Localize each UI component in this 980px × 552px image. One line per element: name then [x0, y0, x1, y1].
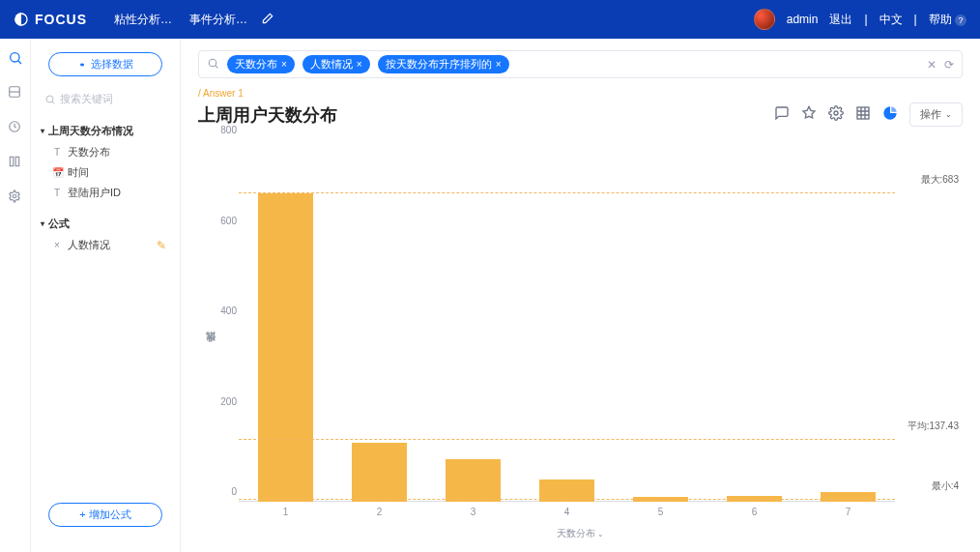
x-tick: 1: [283, 507, 289, 517]
x-tick: 5: [658, 507, 664, 517]
logout-link[interactable]: 退出: [829, 12, 852, 28]
comment-icon[interactable]: [774, 105, 790, 125]
svg-rect-5: [15, 157, 19, 165]
x-tick: 6: [752, 507, 758, 517]
title-row: 上周用户天数分布 操作⌄: [198, 102, 963, 127]
main: 天数分布× 人数情况× 按天数分布升序排列的× ✕ ⟳ / Answer 1 上…: [181, 39, 980, 552]
edit-icon[interactable]: [261, 12, 274, 28]
svg-rect-10: [857, 107, 869, 119]
brand-text: FOCUS: [35, 12, 87, 27]
divider: |: [914, 13, 917, 26]
bar[interactable]: [446, 459, 500, 502]
text-field-icon: T: [52, 188, 62, 198]
lang-link[interactable]: 中文: [879, 12, 903, 28]
bar-slot: [707, 140, 801, 502]
rail-search-icon[interactable]: [8, 50, 23, 66]
bar[interactable]: [821, 492, 875, 502]
nav-item-event[interactable]: 事件分析…: [189, 12, 247, 28]
search-icon: [44, 94, 56, 105]
x-axis-label[interactable]: 天数分布⌄: [557, 527, 604, 540]
logo-icon: [14, 12, 29, 27]
page-title: 上周用户天数分布: [198, 103, 337, 127]
field-tree: ▾上周天数分布情况 T天数分布 📅时间 T登陆用户ID ▾公式 ×人数情况 ✎: [39, 120, 172, 255]
bar-slot: [426, 140, 520, 502]
chart: 人数情况⌄ 0200400600800最大:683平均:137.43最小:412…: [198, 140, 963, 546]
bar-slot: [801, 140, 895, 502]
operations-dropdown[interactable]: 操作⌄: [909, 102, 963, 127]
top-nav: 粘性分析… 事件分析…: [114, 12, 247, 28]
reference-line-label: 最大:683: [921, 173, 959, 187]
table-view-icon[interactable]: [855, 105, 871, 125]
field-days[interactable]: T天数分布: [39, 142, 172, 162]
svg-point-8: [209, 59, 216, 67]
search-placeholder: 搜索关键词: [60, 92, 113, 106]
svg-rect-4: [10, 157, 14, 165]
x-tick: 4: [564, 507, 570, 517]
bar[interactable]: [352, 443, 406, 502]
bar-slot: [332, 140, 426, 502]
y-tick: 0: [214, 486, 237, 497]
sidebar: 选择数据 搜索关键词 ▾上周天数分布情况 T天数分布 📅时间 T登陆用户ID ▾…: [31, 39, 181, 552]
field-time[interactable]: 📅时间: [39, 162, 172, 183]
delete-formula-icon[interactable]: ×: [52, 240, 62, 250]
clear-query-icon[interactable]: ✕: [927, 58, 937, 72]
y-tick: 600: [214, 215, 237, 225]
sidebar-search[interactable]: 搜索关键词: [39, 86, 172, 112]
add-formula-button[interactable]: + 增加公式: [48, 503, 162, 527]
left-rail: [0, 39, 31, 552]
plot-area: 0200400600800最大:683平均:137.43最小:41234567: [239, 140, 895, 502]
chart-view-icon[interactable]: [882, 105, 898, 125]
x-tick: 7: [846, 507, 851, 517]
svg-point-7: [46, 96, 53, 102]
field-userid[interactable]: T登陆用户ID: [39, 183, 172, 203]
brand: FOCUS: [14, 12, 87, 27]
y-axis-label[interactable]: 人数情况⌄: [204, 338, 217, 349]
edit-formula-icon[interactable]: ✎: [157, 239, 166, 252]
divider: |: [864, 13, 867, 26]
reference-line: [239, 439, 895, 440]
y-tick: 800: [214, 125, 237, 135]
query-chip-people[interactable]: 人数情况×: [303, 55, 370, 73]
pin-icon[interactable]: [801, 105, 817, 125]
bar-slot: [614, 140, 707, 502]
chip-remove-icon[interactable]: ×: [496, 59, 502, 70]
formula-people-count[interactable]: ×人数情况 ✎: [39, 235, 172, 255]
reference-line-label: 平均:137.43: [908, 420, 959, 433]
breadcrumb[interactable]: / Answer 1: [198, 88, 963, 99]
rail-data-icon[interactable]: [8, 155, 23, 170]
chip-remove-icon[interactable]: ×: [357, 59, 362, 70]
query-search-icon: [207, 56, 219, 73]
user-name[interactable]: admin: [787, 13, 819, 26]
query-bar[interactable]: 天数分布× 人数情况× 按天数分布升序排列的× ✕ ⟳: [198, 50, 963, 78]
bar-slot: [239, 140, 332, 502]
rail-clock-icon[interactable]: [8, 120, 23, 135]
bar-slot: [520, 140, 614, 502]
title-tools: 操作⌄: [774, 102, 963, 127]
query-chip-sort[interactable]: 按天数分布升序排列的×: [378, 55, 509, 73]
avatar[interactable]: [754, 9, 775, 30]
bars-container: [239, 140, 895, 502]
svg-point-9: [834, 111, 838, 115]
y-tick: 200: [214, 395, 237, 406]
rail-dashboard-icon[interactable]: [8, 85, 23, 101]
nav-item-sticky[interactable]: 粘性分析…: [114, 12, 172, 28]
bar[interactable]: [258, 193, 312, 502]
svg-point-6: [13, 194, 16, 198]
select-datasource-button[interactable]: 选择数据: [48, 52, 162, 76]
query-chip-days[interactable]: 天数分布×: [227, 55, 295, 73]
tree-section-formula[interactable]: ▾公式: [39, 213, 172, 235]
x-tick: 2: [377, 507, 383, 517]
rail-settings-icon[interactable]: [8, 189, 23, 205]
gear-icon[interactable]: [828, 105, 844, 125]
user-area: admin 退出 | 中文 | 帮助 ?: [754, 9, 966, 30]
x-tick: 3: [471, 507, 476, 517]
topbar: FOCUS 粘性分析… 事件分析… admin 退出 | 中文 | 帮助 ?: [0, 0, 980, 39]
chip-remove-icon[interactable]: ×: [281, 59, 287, 70]
tree-section-fields[interactable]: ▾上周天数分布情况: [39, 120, 172, 142]
date-field-icon: 📅: [52, 167, 62, 178]
reference-line: [239, 192, 895, 193]
y-tick: 400: [214, 305, 237, 316]
help-link[interactable]: 帮助 ?: [929, 12, 966, 28]
refresh-query-icon[interactable]: ⟳: [944, 58, 954, 72]
reference-line-label: 最小:4: [932, 479, 959, 493]
